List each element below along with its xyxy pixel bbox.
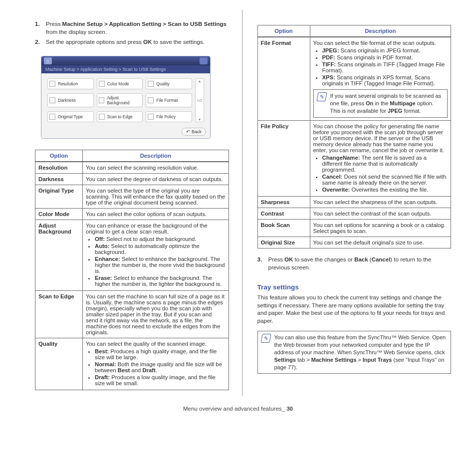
option-grid: Resolution Color Mode Quality Darkness A…: [47, 78, 192, 122]
table-row: Adjust BackgroundYou can enhance or eras…: [35, 220, 229, 291]
table-row: Color ModeYou can select the color optio…: [35, 209, 229, 220]
th-option: Option: [257, 25, 310, 37]
table-row: QualityYou can select the quality of the…: [35, 338, 229, 390]
opt-quality: Quality: [146, 78, 192, 89]
step-2: 2. Set the appropriate options and press…: [35, 38, 229, 46]
tray-settings-text: This feature allows you to check the cur…: [257, 294, 452, 325]
table-row: File FormatYou can select the file forma…: [257, 37, 451, 120]
opt-adjust-background: Adjust Background: [97, 93, 143, 107]
home-icon: ⌂: [44, 57, 52, 64]
opt-file-format: File Format: [146, 93, 192, 107]
step-1: 1. Press Machine Setup > Application Set…: [35, 20, 229, 36]
step-3: 3. Press OK to save the changes or Back …: [257, 255, 452, 271]
th-description: Description: [310, 25, 451, 37]
note-icon: ✎: [260, 334, 271, 343]
options-table-left: Option Description ResolutionYou can sel…: [35, 150, 229, 390]
opt-file-policy: File Policy: [146, 111, 192, 122]
page-footer: Menu overview and advanced features_ 30: [0, 404, 476, 421]
table-row: Scan to EdgeYou can set the machine to s…: [35, 291, 229, 338]
th-description: Description: [83, 150, 229, 162]
menu-icon: [200, 57, 208, 64]
chevron-down-icon: ▾: [199, 117, 201, 122]
table-row: Book ScanYou can set options for scannin…: [257, 219, 451, 237]
table-row: Original TypeYou can select the type of …: [35, 185, 229, 209]
chevron-up-icon: ▴: [199, 79, 201, 83]
table-row: DarknessYou can select the degree of dar…: [35, 174, 229, 185]
scroll-pager: ▴ 1/2 ▾: [195, 78, 204, 122]
breadcrumb: Machine Setup > Application Setting > Sc…: [41, 65, 210, 73]
device-screenshot: ⌂ Machine Setup > Application Setting > …: [41, 56, 211, 139]
back-button: ↶Back: [182, 128, 206, 136]
th-option: Option: [35, 150, 83, 162]
table-row: Original SizeYou can set the default ori…: [257, 237, 451, 248]
opt-darkness: Darkness: [47, 93, 94, 107]
opt-original-type: Original Type: [47, 111, 94, 122]
opt-scan-to-edge: Scan to Edge: [97, 111, 143, 122]
table-row: ResolutionYou can select the scanning re…: [35, 162, 229, 174]
tray-note: ✎ You can also use this feature from the…: [257, 331, 452, 374]
steps-list-a: 1. Press Machine Setup > Application Set…: [35, 20, 229, 48]
opt-color-mode: Color Mode: [97, 78, 143, 89]
table-row: ContrastYou can select the contrast of t…: [257, 208, 451, 219]
steps-list-b: 3. Press OK to save the changes or Back …: [257, 255, 452, 273]
options-table-right: Option Description File FormatYou can se…: [257, 25, 452, 248]
tray-settings-heading: Tray settings: [257, 283, 452, 291]
note-icon: ✎: [316, 92, 327, 101]
opt-resolution: Resolution: [47, 78, 94, 89]
table-row: SharpnessYou can select the sharpness of…: [257, 196, 451, 208]
table-row: File PolicyYou can choose the policy for…: [257, 120, 451, 196]
